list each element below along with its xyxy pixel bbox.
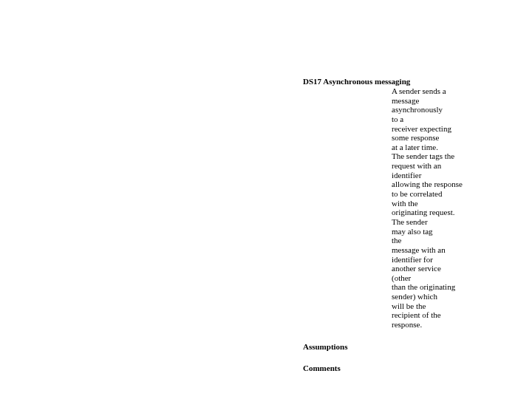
body-line: with the — [392, 199, 473, 208]
page: DS17 Asynchronous messaging A sender sen… — [0, 0, 532, 399]
body-line: to a — [392, 115, 473, 124]
body-line: The sender — [392, 217, 473, 227]
body-line: will be the — [392, 301, 473, 311]
body-line: receiver expecting — [392, 124, 473, 134]
body-line: identifier for — [392, 255, 473, 265]
body-text-column: A sender sends a message asynchronously … — [392, 86, 473, 330]
body-line: originating request. — [392, 208, 473, 217]
body-line: response. — [392, 320, 473, 330]
body-line: than the originating — [392, 282, 473, 292]
body-line: another service — [392, 264, 473, 273]
body-line: request with an — [392, 161, 473, 171]
section-heading-assumptions: Assumptions — [303, 342, 348, 352]
body-line: to be correlated — [392, 189, 473, 199]
body-line: recipient of the — [392, 310, 473, 320]
body-line: some response — [392, 133, 473, 143]
body-line: sender) which — [392, 292, 473, 301]
body-line: may also tag — [392, 227, 473, 236]
body-line: asynchronously — [392, 105, 473, 115]
body-line: at a later time. — [392, 143, 473, 152]
body-line: A sender sends a — [392, 86, 473, 96]
section-heading-ds17: DS17 Asynchronous messaging — [303, 77, 410, 86]
section-heading-comments: Comments — [303, 364, 341, 373]
body-line: allowing the response — [392, 180, 473, 189]
body-line: message with an — [392, 245, 473, 255]
body-line: The sender tags the — [392, 151, 473, 161]
body-line: the — [392, 236, 473, 245]
body-line: identifier — [392, 171, 473, 180]
body-line: (other — [392, 273, 473, 283]
body-line: message — [392, 96, 473, 106]
